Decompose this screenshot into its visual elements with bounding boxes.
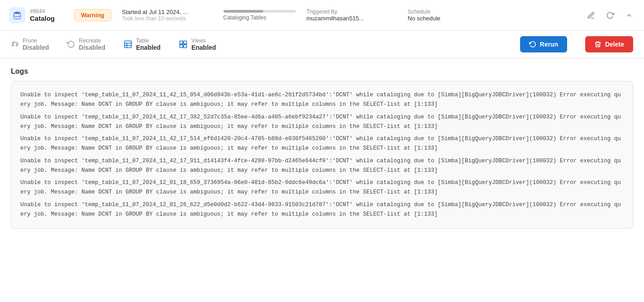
logs-title: Logs bbox=[11, 67, 633, 76]
table-icon bbox=[123, 40, 133, 49]
logs-section: Logs Unable to inspect 'temp_table_11_07… bbox=[0, 58, 644, 238]
prune-item: Prune Disabled bbox=[11, 38, 49, 51]
header-actions bbox=[585, 9, 635, 21]
progress-bar-inner bbox=[223, 10, 263, 13]
started-value: Started at Jul 11 2024, ... bbox=[122, 9, 213, 15]
svg-point-0 bbox=[14, 11, 21, 14]
recreate-label: Recreate bbox=[79, 38, 105, 44]
triggered-by-section: Triggered By muzammilhasan515... bbox=[307, 9, 397, 22]
prune-icon bbox=[11, 40, 19, 48]
views-item: Views Enabled bbox=[179, 38, 216, 51]
svg-rect-5 bbox=[180, 41, 183, 44]
prune-label: Prune bbox=[23, 38, 49, 44]
rerun-icon bbox=[529, 41, 536, 48]
views-icon bbox=[179, 40, 188, 49]
progress-bar-outer bbox=[223, 10, 296, 13]
edit-icon-button[interactable] bbox=[585, 9, 597, 21]
schedule-label: Schedule bbox=[408, 9, 498, 15]
svg-rect-6 bbox=[184, 41, 187, 44]
log-entry: Unable to inspect 'temp_table_11_07_2024… bbox=[20, 90, 624, 110]
brand-text: #6644 Catalog bbox=[30, 8, 55, 22]
log-entry: Unable to inspect 'temp_table_11_07_2024… bbox=[20, 178, 624, 198]
logs-box: Unable to inspect 'temp_table_11_07_2024… bbox=[11, 81, 633, 229]
svg-rect-1 bbox=[124, 41, 131, 48]
delete-label: Delete bbox=[605, 41, 624, 48]
table-value: Enabled bbox=[136, 44, 161, 51]
log-entry: Unable to inspect 'temp_table_11_07_2024… bbox=[20, 113, 624, 132]
log-entry: Unable to inspect 'temp_table_11_07_2024… bbox=[20, 134, 624, 154]
progress-label: Cataloging Tables bbox=[223, 14, 296, 21]
delete-button[interactable]: Delete bbox=[585, 36, 633, 52]
delete-icon bbox=[594, 41, 601, 48]
took-label: Took less than 10 seconds bbox=[122, 15, 213, 22]
table-item: Table Enabled bbox=[123, 38, 161, 51]
toolbar: Prune Disabled Recreate Disabled T bbox=[0, 31, 644, 58]
brand-icon bbox=[9, 7, 25, 24]
rerun-label: Rerun bbox=[540, 41, 558, 48]
progress-section: Cataloging Tables bbox=[223, 10, 296, 21]
rerun-button[interactable]: Rerun bbox=[520, 36, 567, 52]
schedule-section: Schedule No schedule bbox=[408, 9, 498, 22]
svg-rect-8 bbox=[184, 45, 187, 48]
recreate-text: Recreate Disabled bbox=[79, 38, 105, 51]
job-id: #6644 bbox=[30, 8, 55, 14]
triggered-by-value: muzammilhasan515... bbox=[307, 15, 397, 22]
log-entry: Unable to inspect 'temp_table_11_07_2024… bbox=[20, 200, 624, 220]
app-name: Catalog bbox=[30, 14, 55, 22]
recreate-item: Recreate Disabled bbox=[67, 38, 105, 51]
table-label: Table bbox=[136, 38, 161, 44]
status-badge: Warning bbox=[74, 9, 111, 21]
views-text: Views Enabled bbox=[191, 38, 216, 51]
recreate-value: Disabled bbox=[79, 44, 105, 51]
top-bar: #6644 Catalog Warning Started at Jul 11 … bbox=[0, 0, 644, 31]
recreate-icon bbox=[67, 40, 75, 48]
svg-rect-7 bbox=[180, 45, 183, 48]
views-value: Enabled bbox=[191, 44, 216, 51]
table-text: Table Enabled bbox=[136, 38, 161, 51]
prune-text: Prune Disabled bbox=[23, 38, 49, 51]
collapse-icon-button[interactable] bbox=[623, 9, 635, 21]
brand: #6644 Catalog bbox=[9, 7, 63, 24]
start-info: Started at Jul 11 2024, ... Took less th… bbox=[122, 9, 213, 22]
views-label: Views bbox=[191, 38, 216, 44]
triggered-by-label: Triggered By bbox=[307, 9, 397, 15]
log-entry: Unable to inspect 'temp_table_11_07_2024… bbox=[20, 156, 624, 176]
refresh-icon-button[interactable] bbox=[604, 9, 616, 21]
schedule-value: No schedule bbox=[408, 15, 498, 22]
prune-value: Disabled bbox=[23, 44, 49, 51]
